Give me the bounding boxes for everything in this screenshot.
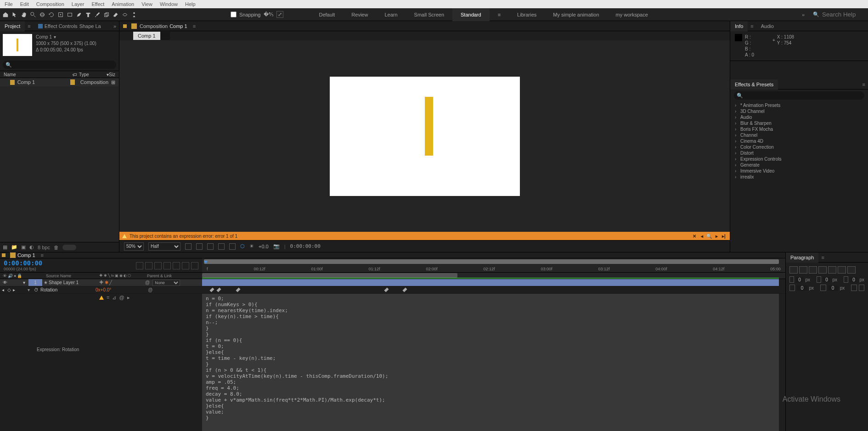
dropdown-icon[interactable]: ▾	[54, 34, 56, 40]
menu-composition[interactable]: Composition	[33, 1, 68, 7]
workspace-menu-icon[interactable]: ≡	[490, 8, 509, 21]
keyframe[interactable]	[384, 287, 389, 292]
paragraph-tab[interactable]: Paragraph	[786, 252, 818, 263]
workspace-small-screen[interactable]: Small Screen	[406, 8, 452, 21]
menu-help[interactable]: Help	[181, 1, 199, 7]
layer-bar[interactable]	[202, 279, 779, 286]
project-search[interactable]: 🔍	[3, 61, 116, 69]
menu-animation[interactable]: Animation	[108, 1, 138, 7]
workspace-my-simple-animation[interactable]: My simple animation	[545, 8, 607, 21]
space-after-value[interactable]: 0	[828, 285, 838, 291]
effect-category[interactable]: Boris FX Mocha	[730, 126, 868, 132]
expression-language-icon[interactable]: ▸	[127, 295, 130, 301]
work-area-bar[interactable]	[202, 273, 457, 278]
error-next-icon[interactable]: ▸	[713, 234, 720, 239]
error-prev-icon[interactable]: ◂	[699, 234, 705, 239]
resolution-select[interactable]: Half	[148, 242, 180, 251]
parent-select[interactable]: None	[152, 280, 180, 286]
kf-nav-prev-icon[interactable]: ◂	[2, 287, 4, 292]
twirl-icon[interactable]: ▾	[28, 287, 34, 292]
effect-category[interactable]: Channel	[730, 132, 868, 138]
info-menu-icon[interactable]: ≡	[748, 23, 756, 29]
clone-tool-icon[interactable]	[102, 10, 111, 19]
adjust-icon[interactable]: ◐	[29, 244, 34, 250]
menu-layer[interactable]: Layer	[68, 1, 88, 7]
brush-tool-icon[interactable]	[93, 10, 102, 19]
workspace-default[interactable]: Default	[311, 8, 344, 21]
indent-left-icon[interactable]	[789, 276, 794, 283]
zoom-select[interactable]: 50%	[124, 242, 144, 251]
space-before-value[interactable]: 0	[797, 285, 807, 291]
effect-category[interactable]: Color Correction	[730, 144, 868, 150]
workspace-my-workspace[interactable]: my workspace	[608, 8, 656, 21]
comp-tab-menu-icon[interactable]: ≡	[190, 23, 198, 29]
label-icon[interactable]: 🏷	[73, 72, 79, 77]
rtl-icon[interactable]	[859, 285, 864, 291]
expression-graph-icon[interactable]: ⊿	[112, 295, 116, 301]
keyframe-row[interactable]	[202, 286, 785, 294]
snapping-expand-icon[interactable]: ⤢	[276, 11, 283, 18]
kf-add-icon[interactable]: ◇	[7, 287, 11, 292]
eraser-tool-icon[interactable]	[111, 10, 120, 19]
rectangle-tool-icon[interactable]	[65, 10, 74, 19]
twirl-icon[interactable]: ▾	[23, 280, 28, 285]
effects-menu-icon[interactable]: ≡	[860, 82, 868, 87]
indent-first-value[interactable]: 0	[823, 277, 831, 282]
justify-all-icon[interactable]	[847, 266, 856, 274]
exposure-icon[interactable]: ☀	[249, 243, 254, 249]
effect-category[interactable]: * Animation Presets	[730, 102, 868, 108]
snapping-checkbox[interactable]	[231, 11, 237, 17]
flowchart-icon[interactable]: ⊞	[111, 79, 115, 85]
trash-icon[interactable]: 🗑	[54, 245, 59, 250]
orbit-tool-icon[interactable]	[38, 10, 47, 19]
text-tool-icon[interactable]	[84, 10, 93, 19]
effect-category[interactable]: Cinema 4D	[730, 138, 868, 144]
indent-right-icon[interactable]	[844, 276, 848, 283]
workspace-libraries[interactable]: Libraries	[509, 8, 545, 21]
workspace-learn[interactable]: Learn	[376, 8, 406, 21]
effect-category[interactable]: Distort	[730, 150, 868, 156]
info-tab[interactable]: Info	[730, 21, 748, 31]
search-tl-icon[interactable]	[136, 262, 143, 269]
grid-icon[interactable]	[229, 243, 236, 250]
justify-last-left-icon[interactable]	[818, 266, 827, 274]
menu-window[interactable]: Window	[156, 1, 181, 7]
effect-category[interactable]: irrealix	[730, 174, 868, 180]
menu-effect[interactable]: Effect	[88, 1, 108, 7]
error-last-icon[interactable]: ▸|	[721, 234, 727, 239]
error-close-icon[interactable]: ✕	[691, 234, 698, 239]
space-before-icon[interactable]	[789, 285, 795, 291]
toggle-pill[interactable]	[62, 245, 76, 250]
search-help[interactable]: 🔍	[808, 11, 868, 18]
new-comp-icon[interactable]: ▣	[21, 244, 26, 250]
indent-left-value[interactable]: 0	[796, 277, 804, 282]
col-size[interactable]: Siz	[109, 72, 115, 77]
overflow-icon[interactable]: »	[798, 12, 808, 17]
workspace-standard[interactable]: Standard	[452, 8, 490, 21]
workspace-review[interactable]: Review	[343, 8, 376, 21]
exposure-value[interactable]: +0.0	[259, 244, 269, 249]
comp-tab-label[interactable]: Composition	[140, 23, 168, 29]
lock-col-icon[interactable]: 🔒	[17, 274, 22, 278]
project-item[interactable]: Comp 1 Composition ⊞	[0, 78, 119, 86]
justify-last-center-icon[interactable]	[828, 266, 836, 274]
layer-name[interactable]: Shape Layer 1	[49, 280, 99, 285]
render-icon[interactable]	[191, 262, 198, 269]
current-time-indicator[interactable]	[204, 261, 208, 264]
col-parent[interactable]: Parent & Link	[147, 274, 172, 278]
effects-presets-tab[interactable]: Effects & Presets	[730, 79, 778, 90]
effect-category[interactable]: 3D Channel	[730, 108, 868, 114]
speaker-col-icon[interactable]: 🔊	[8, 274, 13, 278]
shy-icon[interactable]	[145, 262, 152, 269]
kf-nav-next-icon[interactable]: ▸	[13, 287, 15, 292]
space-after-icon[interactable]	[820, 285, 826, 291]
audio-tab[interactable]: Audio	[756, 21, 778, 31]
bpc-label[interactable]: 8 bpc	[38, 245, 50, 250]
snapping-toggle[interactable]: Snapping �⅗ ⤢	[231, 11, 283, 18]
mask-icon[interactable]	[207, 243, 214, 250]
time-ruler[interactable]: f00:12f01:00f01:12f02:00f02:12f03:00f03:…	[202, 258, 785, 272]
brainstorm-icon[interactable]	[182, 262, 189, 269]
justify-last-right-icon[interactable]	[838, 266, 846, 274]
align-left-icon[interactable]	[789, 266, 798, 274]
effect-category[interactable]: Expression Controls	[730, 156, 868, 162]
